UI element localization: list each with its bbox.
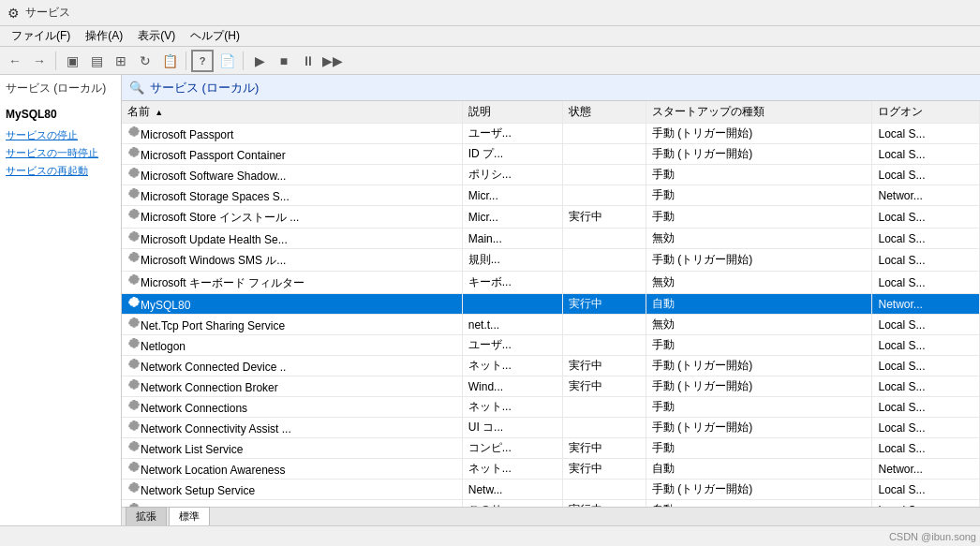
service-name-cell: Network Store Interface Ser... <box>122 500 462 508</box>
service-logon-cell: Networ... <box>872 185 980 206</box>
menu-help[interactable]: ヘルプ(H) <box>183 26 247 46</box>
service-startup-cell: 無効 <box>646 272 872 294</box>
play-button[interactable]: ▶ <box>248 50 271 72</box>
table-row[interactable]: MySQL80実行中自動Networ... <box>122 294 980 315</box>
back-button[interactable]: ← <box>4 50 26 72</box>
sidebar-restart-link[interactable]: サービスの再起動 <box>6 164 115 178</box>
service-logon-cell: Local S... <box>872 397 980 418</box>
service-desc-cell: コンピ... <box>462 438 562 459</box>
service-startup-cell: 自動 <box>646 459 872 480</box>
table-row[interactable]: Network Connected Device ..ネット...実行中手動 (… <box>122 356 980 376</box>
service-name-cell: Network Location Awareness <box>122 459 462 480</box>
pause-button[interactable]: ⏸ <box>297 50 319 72</box>
separator-1 <box>55 52 56 70</box>
service-startup-cell: 自動 <box>646 500 872 508</box>
service-logon-cell: Local S... <box>872 144 980 165</box>
col-logon[interactable]: ログオン <box>872 101 980 124</box>
table-row[interactable]: Microsoft キーボード フィルターキーボ...無効Local S... <box>122 272 980 294</box>
service-desc-cell: Micr... <box>462 185 562 206</box>
menu-view[interactable]: 表示(V) <box>130 26 183 46</box>
sidebar-pause-link[interactable]: サービスの一時停止 <box>6 146 115 160</box>
table-row[interactable]: Microsoft Software Shadow...ポリシ...手動Loca… <box>122 165 980 185</box>
table-row[interactable]: Microsoft Storage Spaces S...Micr...手動Ne… <box>122 185 980 206</box>
main-content: サービス (ローカル) MySQL80 サービスの停止 サービスの一時停止 サー… <box>0 75 980 525</box>
new-window-button[interactable]: ⊞ <box>110 50 132 72</box>
separator-3 <box>243 52 244 70</box>
service-logon-cell: Local S... <box>872 418 980 438</box>
table-row[interactable]: Network Connectionsネット...手動Local S... <box>122 397 980 418</box>
service-desc-cell: Micr... <box>462 206 562 229</box>
service-name-cell: Microsoft Passport <box>122 124 462 144</box>
service-startup-cell: 手動 <box>646 397 872 418</box>
menu-action[interactable]: 操作(A) <box>78 26 130 46</box>
watermark: CSDN @ibun.song <box>889 531 976 542</box>
properties-button[interactable]: 📄 <box>215 50 238 72</box>
service-status-cell <box>562 144 646 165</box>
service-desc-cell: 規則... <box>462 249 562 272</box>
service-desc-cell: ネット... <box>462 459 562 480</box>
table-row[interactable]: Network Setup ServiceNetw...手動 (トリガー開始)L… <box>122 480 980 500</box>
panel-header-text: サービス (ローカル) <box>150 80 259 96</box>
service-desc-cell: ユーザ... <box>462 335 562 356</box>
forward-button[interactable]: → <box>28 50 51 72</box>
service-desc-cell: ID プ... <box>462 144 562 165</box>
resume-button[interactable]: ▶▶ <box>321 50 344 72</box>
table-row[interactable]: Microsoft Update Health Se...Main...無効Lo… <box>122 229 980 249</box>
stop-button[interactable]: ■ <box>273 50 295 72</box>
table-row[interactable]: Microsoft Store インストール ...Micr...実行中手動Lo… <box>122 206 980 229</box>
tab-extended[interactable]: 拡張 <box>126 507 167 525</box>
col-name[interactable]: 名前 ▲ <box>122 101 462 124</box>
service-name-cell: Microsoft キーボード フィルター <box>122 272 462 294</box>
service-status-cell <box>562 185 646 206</box>
service-status-cell <box>562 397 646 418</box>
col-status[interactable]: 状態 <box>562 101 646 124</box>
service-name-cell: Network Connectivity Assist ... <box>122 418 462 438</box>
service-logon-cell: Local S... <box>872 500 980 508</box>
service-logon-cell: Local S... <box>872 315 980 335</box>
table-row[interactable]: Network Location Awarenessネット...実行中自動Net… <box>122 459 980 480</box>
col-description[interactable]: 説明 <box>462 101 562 124</box>
services-table[interactable]: 名前 ▲ 説明 状態 スタートアップの種類 ログオン Microsoft iSC… <box>122 101 980 507</box>
service-startup-cell: 手動 <box>646 335 872 356</box>
table-row[interactable]: Microsoft Passport ContainerID プ...手動 (ト… <box>122 144 980 165</box>
service-desc-cell: net.t... <box>462 315 562 335</box>
toolbar: ← → ▣ ▤ ⊞ ↻ 📋 ? 📄 ▶ ■ ⏸ ▶▶ <box>0 47 980 75</box>
service-logon-cell: Local S... <box>872 356 980 376</box>
search-icon: 🔍 <box>129 81 144 95</box>
show-tree-button[interactable]: ▤ <box>85 50 108 72</box>
service-name-cell: MySQL80 <box>122 294 462 315</box>
sidebar-stop-link[interactable]: サービスの停止 <box>6 128 115 142</box>
col-startup[interactable]: スタートアップの種類 <box>646 101 872 124</box>
service-desc-cell: Netw... <box>462 480 562 500</box>
title-bar-text: サービス <box>25 5 70 21</box>
refresh-button[interactable]: ↻ <box>134 50 156 72</box>
show-console-button[interactable]: ▣ <box>61 50 83 72</box>
service-logon-cell: Local S... <box>872 376 980 397</box>
service-logon-cell: Local S... <box>872 124 980 144</box>
service-name-cell: Microsoft Store インストール ... <box>122 206 462 229</box>
service-desc-cell: このサ... <box>462 500 562 508</box>
table-row[interactable]: Network Connection BrokerWind...実行中手動 (ト… <box>122 376 980 397</box>
service-desc-cell: ネット... <box>462 356 562 376</box>
service-status-cell: 実行中 <box>562 438 646 459</box>
services-tbody: Microsoft iSCSI Initiator Ser...このコ...手動… <box>122 101 980 507</box>
service-name-cell: Net.Tcp Port Sharing Service <box>122 315 462 335</box>
export-button[interactable]: 📋 <box>158 50 181 72</box>
table-row[interactable]: Net.Tcp Port Sharing Servicenet.t...無効Lo… <box>122 315 980 335</box>
table-row[interactable]: Network Store Interface Ser...このサ...実行中自… <box>122 500 980 508</box>
services-list: 名前 ▲ 説明 状態 スタートアップの種類 ログオン Microsoft iSC… <box>122 101 980 507</box>
table-row[interactable]: Microsoft Windows SMS ル...規則...手動 (トリガー開… <box>122 249 980 272</box>
tab-standard[interactable]: 標準 <box>169 507 210 525</box>
menu-file[interactable]: ファイル(F) <box>4 26 78 46</box>
table-row[interactable]: Microsoft Passportユーザ...手動 (トリガー開始)Local… <box>122 124 980 144</box>
service-status-cell <box>562 315 646 335</box>
table-row[interactable]: Network Connectivity Assist ...UI コ...手動… <box>122 418 980 438</box>
sort-arrow-icon: ▲ <box>155 108 163 117</box>
title-bar: ⚙ サービス <box>0 0 980 26</box>
service-logon-cell: Local S... <box>872 272 980 294</box>
service-startup-cell: 手動 <box>646 165 872 185</box>
service-startup-cell: 手動 (トリガー開始) <box>646 124 872 144</box>
table-row[interactable]: Netlogonユーザ...手動Local S... <box>122 335 980 356</box>
help-button[interactable]: ? <box>191 50 214 72</box>
table-row[interactable]: Network List Serviceコンピ...実行中手動Local S..… <box>122 438 980 459</box>
